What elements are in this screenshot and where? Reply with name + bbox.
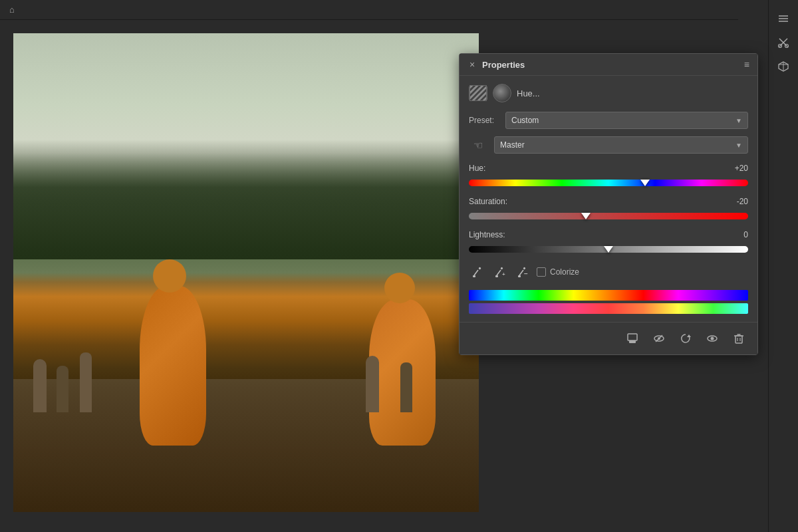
scissors-icon xyxy=(777,37,789,49)
photo-background xyxy=(13,33,479,512)
svg-line-4 xyxy=(497,270,501,275)
svg-rect-19 xyxy=(735,336,742,343)
saturation-slider-header: Saturation: -20 xyxy=(469,197,748,206)
trash-icon xyxy=(733,332,745,344)
saturation-spectrum-bar xyxy=(469,303,748,314)
lightness-slider-container xyxy=(469,243,748,255)
layer-thumbnail-button[interactable] xyxy=(469,86,487,100)
colorize-checkbox[interactable] xyxy=(537,267,546,277)
svg-rect-7 xyxy=(523,267,525,269)
clip-to-layer-button[interactable] xyxy=(623,329,642,348)
eyedropper-add-button[interactable]: + xyxy=(491,263,509,281)
canvas-area: ⌂ xyxy=(0,0,768,532)
svg-rect-0 xyxy=(478,267,481,269)
eyedropper-add-icon: + xyxy=(495,267,505,277)
saturation-label: Saturation: xyxy=(469,197,507,206)
master-dropdown[interactable]: Master ▼ xyxy=(494,136,748,154)
panel-menu-icon[interactable]: ≡ xyxy=(744,59,749,70)
preset-dropdown[interactable]: Custom ▼ xyxy=(505,112,748,129)
saturation-thumb[interactable] xyxy=(581,213,591,219)
preset-value: Custom xyxy=(511,116,539,125)
lightness-thumb[interactable] xyxy=(604,246,613,253)
svg-marker-16 xyxy=(687,334,691,337)
svg-rect-9 xyxy=(518,275,521,277)
clip-icon xyxy=(626,332,638,344)
eyedropper-button[interactable] xyxy=(469,263,486,281)
panel-footer xyxy=(460,322,757,354)
eyedropper-subtract-button[interactable]: − xyxy=(514,263,531,281)
saturation-slider-row: Saturation: -20 xyxy=(469,197,748,222)
svg-line-1 xyxy=(474,270,478,275)
reset-icon xyxy=(680,332,692,344)
svg-text:−: − xyxy=(524,270,528,277)
panel-title: Properties xyxy=(482,60,525,70)
hue-value: +20 xyxy=(725,164,748,173)
scissors-tool-button[interactable] xyxy=(773,32,794,53)
top-toolbar: ⌂ xyxy=(0,0,738,20)
panel-content: Hue... Preset: Custom ▼ ☜ Master ▼ xyxy=(460,76,757,322)
master-value: Master xyxy=(500,140,525,150)
svg-rect-11 xyxy=(628,334,637,340)
master-row: ☜ Master ▼ xyxy=(469,136,748,154)
properties-panel: × Properties ≡ Hue... Preset: xyxy=(459,53,758,355)
right-sidebar xyxy=(768,0,798,532)
cube-icon xyxy=(777,61,789,72)
close-button[interactable]: × xyxy=(467,60,477,69)
colorize-row: Colorize xyxy=(537,267,579,277)
master-dropdown-arrow: ▼ xyxy=(735,142,742,149)
visibility-button[interactable] xyxy=(650,329,668,348)
preset-row: Preset: Custom ▼ xyxy=(469,112,748,129)
reset-button[interactable] xyxy=(676,329,695,348)
hue-label: Hue: xyxy=(469,164,485,173)
colorize-label: Colorize xyxy=(550,267,579,277)
hue-thumb[interactable] xyxy=(640,180,650,186)
cube-tool-button[interactable] xyxy=(773,56,794,77)
icon-row: Hue... xyxy=(469,84,748,102)
eye-icon xyxy=(706,332,718,344)
saturation-value: -20 xyxy=(725,197,748,206)
eye-button[interactable] xyxy=(703,329,722,348)
preset-label: Preset: xyxy=(469,116,499,125)
hue-slider-container xyxy=(469,177,748,189)
svg-rect-3 xyxy=(500,267,503,269)
hue-track[interactable] xyxy=(469,180,748,186)
move-icon xyxy=(777,13,789,25)
hue-slider-row: Hue: +20 xyxy=(469,164,748,189)
svg-point-18 xyxy=(711,337,714,340)
hand-tool-icon[interactable]: ☜ xyxy=(469,136,487,154)
preset-dropdown-arrow: ▼ xyxy=(735,117,742,124)
svg-line-8 xyxy=(519,270,523,275)
photo-canvas xyxy=(13,33,479,512)
eyedropper-icon xyxy=(472,267,483,277)
svg-rect-5 xyxy=(495,275,498,277)
visibility-icon xyxy=(653,332,665,344)
lightness-track[interactable] xyxy=(469,246,748,253)
panel-header: × Properties ≡ xyxy=(460,54,757,76)
lightness-slider-row: Lightness: 0 xyxy=(469,230,748,255)
hue-spectrum-bar xyxy=(469,290,748,301)
spectrum-container xyxy=(469,290,748,314)
layer-thumb-icon xyxy=(469,85,487,101)
adjustment-icon[interactable] xyxy=(493,84,511,102)
top-bar-icon[interactable]: ⌂ xyxy=(5,3,19,16)
lightness-slider-header: Lightness: 0 xyxy=(469,230,748,239)
svg-text:+: + xyxy=(502,271,505,277)
saturation-track[interactable] xyxy=(469,213,748,219)
delete-button[interactable] xyxy=(730,329,748,348)
move-tool-button[interactable] xyxy=(773,8,794,29)
lightness-label: Lightness: xyxy=(469,230,505,239)
hue-slider-header: Hue: +20 xyxy=(469,164,748,173)
adjustment-label: Hue... xyxy=(517,88,540,98)
eyedropper-subtract-icon: − xyxy=(517,267,528,277)
lightness-value: 0 xyxy=(725,230,748,239)
svg-rect-12 xyxy=(629,340,636,343)
saturation-slider-container xyxy=(469,210,748,222)
svg-rect-2 xyxy=(473,275,475,277)
tools-row: + − Colorize xyxy=(469,263,748,281)
